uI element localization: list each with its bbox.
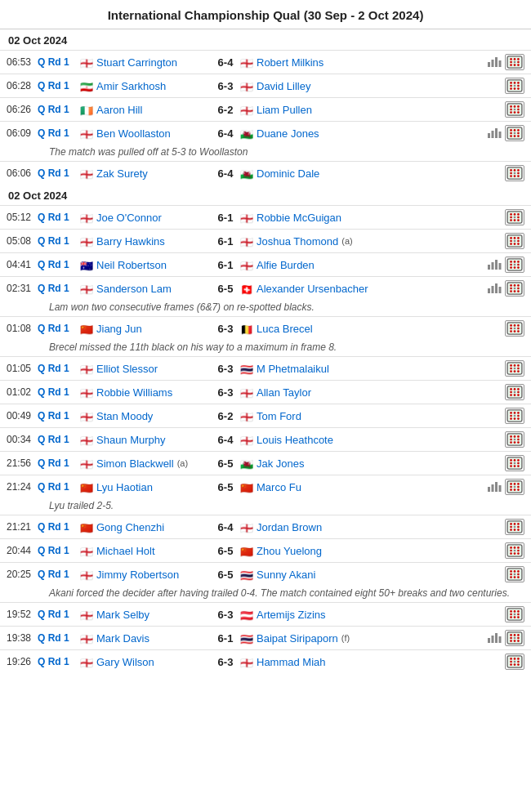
match-round[interactable]: Q Rd 1 xyxy=(38,56,80,68)
player2-name[interactable]: Zhou Yuelong xyxy=(257,545,322,557)
match-round[interactable]: Q Rd 1 xyxy=(38,410,80,422)
player1-name[interactable]: Lyu Haotian xyxy=(96,481,153,493)
player2-name[interactable]: Liam Pullen xyxy=(257,104,312,116)
player1-name[interactable]: Michael Holt xyxy=(96,545,155,557)
player2-cell: 🇧🇪Luca Brecel xyxy=(240,323,371,335)
frame-icon[interactable] xyxy=(505,360,524,377)
player2-name[interactable]: Sunny Akani xyxy=(257,569,315,581)
player1-name[interactable]: Stan Moody xyxy=(96,410,153,422)
frame-icon[interactable] xyxy=(505,209,524,225)
frame-icon[interactable] xyxy=(505,125,524,141)
frame-icon[interactable] xyxy=(505,320,524,337)
player1-name[interactable]: Sanderson Lam xyxy=(96,283,172,295)
player1-name[interactable]: Elliot Slessor xyxy=(96,363,158,375)
match-round[interactable]: Q Rd 1 xyxy=(38,283,80,294)
player2-name[interactable]: Baipat Siripaporn xyxy=(257,632,338,645)
svg-point-52 xyxy=(510,172,512,175)
player1-name[interactable]: Zak Surety xyxy=(96,167,148,180)
player1-name[interactable]: Ben Woollaston xyxy=(96,127,171,140)
frame-icon[interactable] xyxy=(505,606,524,622)
stats-icon[interactable] xyxy=(486,258,502,271)
frame-icon[interactable] xyxy=(505,479,524,495)
player2-name[interactable]: Alexander Ursenbacher xyxy=(257,283,368,295)
player2-name[interactable]: Artemijs Zizins xyxy=(257,609,326,621)
match-round[interactable]: Q Rd 1 xyxy=(38,323,80,334)
player1-name[interactable]: Joe O'Connor xyxy=(96,212,162,224)
frame-icon[interactable] xyxy=(505,630,524,646)
match-round[interactable]: Q Rd 1 xyxy=(38,80,80,91)
match-round[interactable]: Q Rd 1 xyxy=(38,167,80,179)
frame-icon[interactable] xyxy=(505,233,524,249)
match-round[interactable]: Q Rd 1 xyxy=(38,656,80,667)
svg-point-121 xyxy=(514,368,516,370)
match-round[interactable]: Q Rd 1 xyxy=(38,434,80,445)
player1-name[interactable]: Gary Wilson xyxy=(96,656,154,668)
svg-point-152 xyxy=(517,439,520,441)
player1-name[interactable]: Jiang Jun xyxy=(96,323,142,335)
player2-name[interactable]: M Phetmalaikul xyxy=(257,363,329,375)
player2-name[interactable]: David Lilley xyxy=(257,80,310,92)
player1-name[interactable]: Robbie Williams xyxy=(96,386,172,399)
frame-icon[interactable] xyxy=(505,566,524,582)
player2-name[interactable]: Robbie McGuigan xyxy=(257,212,341,224)
player1-name[interactable]: Shaun Murphy xyxy=(96,434,166,446)
match-round[interactable]: Q Rd 1 xyxy=(38,127,80,139)
player1-name[interactable]: Gong Chenzhi xyxy=(96,521,164,533)
player2-name[interactable]: Luca Brecel xyxy=(257,323,313,335)
frame-icon[interactable] xyxy=(505,54,524,70)
match-round[interactable]: Q Rd 1 xyxy=(38,259,80,270)
player1-name[interactable]: Neil Robertson xyxy=(96,259,167,271)
player1-name[interactable]: Stuart Carrington xyxy=(96,56,177,69)
match-round[interactable]: Q Rd 1 xyxy=(38,481,80,493)
player1-flag: 🏴󠁧󠁢󠁥󠁮󠁧󠁿 xyxy=(80,284,93,293)
match-round[interactable]: Q Rd 1 xyxy=(38,235,80,247)
frame-icon[interactable] xyxy=(505,384,524,400)
player1-name[interactable]: Amir Sarkhosh xyxy=(96,80,166,92)
stats-icon[interactable] xyxy=(486,480,502,493)
stats-icon[interactable] xyxy=(486,631,502,645)
player1-name[interactable]: Simon Blackwell xyxy=(96,457,174,470)
player1-name[interactable]: Barry Hawkins xyxy=(96,235,165,248)
player2-name[interactable]: Marco Fu xyxy=(257,481,301,493)
player1-name[interactable]: Jimmy Robertson xyxy=(96,569,179,581)
frame-icon[interactable] xyxy=(505,455,524,471)
frame-icon[interactable] xyxy=(505,78,524,94)
player2-name[interactable]: Alfie Burden xyxy=(257,259,315,271)
frame-icon[interactable] xyxy=(505,542,524,559)
player2-name[interactable]: Jak Jones xyxy=(257,457,305,470)
player2-name[interactable]: Duane Jones xyxy=(257,127,319,140)
player1-name[interactable]: Mark Davis xyxy=(96,632,149,645)
frame-icon[interactable] xyxy=(505,519,524,535)
svg-point-227 xyxy=(517,634,520,636)
player2-name[interactable]: Joshua Thomond xyxy=(257,235,338,248)
match-round[interactable]: Q Rd 1 xyxy=(38,569,80,580)
player2-name[interactable]: Jordan Brown xyxy=(257,521,322,533)
frame-icon[interactable] xyxy=(505,165,524,181)
match-round[interactable]: Q Rd 1 xyxy=(38,104,80,115)
match-round[interactable]: Q Rd 1 xyxy=(38,521,80,533)
stats-icon[interactable] xyxy=(486,282,502,295)
match-round[interactable]: Q Rd 1 xyxy=(38,545,80,556)
frame-icon[interactable] xyxy=(505,431,524,448)
stats-icon[interactable] xyxy=(486,127,502,140)
player1-name[interactable]: Aaron Hill xyxy=(96,104,142,116)
frame-icon[interactable] xyxy=(505,408,524,424)
player2-name[interactable]: Tom Ford xyxy=(257,410,301,422)
frame-icon[interactable] xyxy=(505,257,524,273)
stats-icon[interactable] xyxy=(486,56,502,69)
player2-name[interactable]: Robert Milkins xyxy=(257,56,324,69)
player2-name[interactable]: Allan Taylor xyxy=(257,386,311,399)
match-round[interactable]: Q Rd 1 xyxy=(38,632,80,644)
match-round[interactable]: Q Rd 1 xyxy=(38,363,80,374)
player2-name[interactable]: Dominic Dale xyxy=(257,167,319,180)
player2-name[interactable]: Louis Heathcote xyxy=(257,434,333,446)
player1-name[interactable]: Mark Selby xyxy=(96,609,149,621)
match-round[interactable]: Q Rd 1 xyxy=(38,386,80,398)
frame-icon[interactable] xyxy=(505,654,524,670)
frame-icon[interactable] xyxy=(505,101,524,118)
match-round[interactable]: Q Rd 1 xyxy=(38,457,80,469)
match-round[interactable]: Q Rd 1 xyxy=(38,609,80,620)
player2-name[interactable]: Hammad Miah xyxy=(257,656,326,668)
frame-icon[interactable] xyxy=(505,280,524,297)
match-round[interactable]: Q Rd 1 xyxy=(38,212,80,223)
